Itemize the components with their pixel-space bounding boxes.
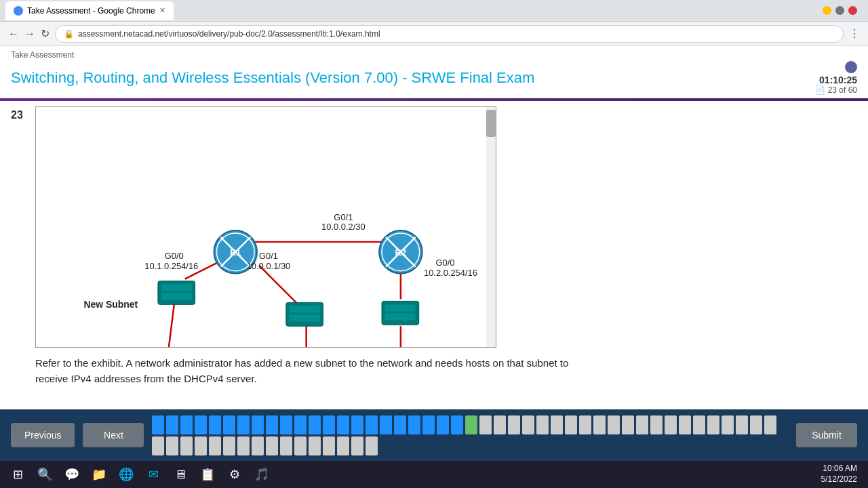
progress-dot-37[interactable] [665,415,677,434]
progress-dot-21[interactable] [437,415,449,434]
back-button[interactable]: ← [8,28,19,40]
progress-dot-53[interactable] [266,436,278,455]
reload-button[interactable]: ↻ [41,27,50,40]
progress-dot-55[interactable] [294,436,307,455]
progress-dot-28[interactable] [536,415,549,434]
progress-dot-9[interactable] [266,415,278,434]
progress-dot-44[interactable] [764,415,776,434]
taskbar-files[interactable]: 📁 [87,462,111,487]
close-button[interactable] [848,6,857,15]
progress-dot-14[interactable] [337,415,349,434]
progress-dot-47[interactable] [180,436,193,455]
progress-dot-11[interactable] [294,415,307,434]
progress-dot-15[interactable] [351,415,363,434]
forward-button[interactable]: → [24,28,35,40]
progress-dot-10[interactable] [280,415,292,434]
search-taskbar[interactable]: 🔍 [33,462,57,487]
submit-button[interactable]: Submit [796,423,857,447]
taskbar-app4[interactable]: 🎵 [250,462,274,487]
progress-dot-25[interactable] [494,415,506,434]
progress-dot-26[interactable] [508,415,520,434]
progress-dot-4[interactable] [195,415,207,434]
previous-button[interactable]: Previous [11,423,75,447]
progress-dot-49[interactable] [209,436,221,455]
progress-dot-52[interactable] [252,436,264,455]
progress-dot-57[interactable] [323,436,335,455]
svg-rect-10 [161,293,192,300]
progress-dot-8[interactable] [252,415,264,434]
minimize-button[interactable] [823,6,831,15]
progress-dot-29[interactable] [551,415,563,434]
progress-dot-54[interactable] [280,436,292,455]
progress-dot-24[interactable] [479,415,492,434]
progress-dot-59[interactable] [351,436,363,455]
progress-dot-17[interactable] [380,415,392,434]
question-count: 📄 23 of 60 [815,85,857,95]
timer-value: 01:10:25 [819,75,857,85]
progress-dot-35[interactable] [636,415,648,434]
taskbar-cortana[interactable]: 💬 [60,462,84,487]
progress-dot-45[interactable] [152,436,164,455]
progress-dot-46[interactable] [166,436,178,455]
progress-dot-50[interactable] [223,436,235,455]
tab-favicon [14,6,23,16]
page-header: Take Assessment Switching, Routing, and … [0,46,868,98]
scrollbar-thumb[interactable] [486,110,496,137]
taskbar-clock: 10:06 AM 5/12/2022 [821,464,863,485]
maximize-button[interactable] [835,6,844,15]
scrollbar[interactable] [486,107,496,347]
progress-dot-41[interactable] [722,415,734,434]
progress-dot-39[interactable] [693,415,705,434]
progress-dot-36[interactable] [650,415,663,434]
progress-dot-3[interactable] [180,415,193,434]
progress-dot-22[interactable] [451,415,463,434]
svg-text:G0/1: G0/1 [334,212,353,222]
progress-dot-32[interactable] [593,415,606,434]
progress-dot-56[interactable] [309,436,321,455]
progress-dot-5[interactable] [209,415,221,434]
svg-rect-9 [161,285,192,291]
browser-tab: Take Assessment - Google Chrome ✕ [5,1,174,20]
progress-dot-7[interactable] [237,415,250,434]
progress-dot-51[interactable] [237,436,250,455]
bottom-navigation-bar: Previous Next Submit [0,409,868,461]
progress-dot-19[interactable] [408,415,420,434]
taskbar-app3[interactable]: ⚙ [222,462,247,487]
taskbar-app1[interactable]: 🖥 [168,462,193,487]
page-title: Switching, Routing, and Wireless Essenti… [11,69,534,87]
progress-dot-16[interactable] [366,415,378,434]
progress-dot-18[interactable] [394,415,406,434]
svg-text:R2: R2 [395,247,406,258]
question-number: 23 [11,106,27,121]
question-text: Refer to the exhibit. A network administ… [35,356,781,386]
progress-dot-1[interactable] [152,415,164,434]
progress-dot-33[interactable] [608,415,620,434]
address-input[interactable]: 🔒 assessment.netacad.net/virtuoso/delive… [55,25,844,43]
progress-dot-12[interactable] [309,415,321,434]
taskbar-chrome[interactable]: 🌐 [114,462,138,487]
progress-dot-38[interactable] [679,415,691,434]
progress-dot-13[interactable] [323,415,335,434]
progress-dot-40[interactable] [707,415,719,434]
progress-dot-30[interactable] [565,415,577,434]
progress-dot-58[interactable] [337,436,349,455]
progress-dot-2[interactable] [166,415,178,434]
progress-dot-6[interactable] [223,415,235,434]
svg-text:10.2.0.254/16: 10.2.0.254/16 [424,268,477,278]
taskbar-app2[interactable]: 📋 [195,462,220,487]
svg-text:G0/0: G0/0 [165,251,184,261]
progress-dot-48[interactable] [195,436,207,455]
start-button[interactable]: ⊞ [5,462,30,487]
progress-dot-34[interactable] [622,415,634,434]
progress-dot-60[interactable] [366,436,378,455]
progress-dot-31[interactable] [579,415,591,434]
progress-dot-42[interactable] [736,415,748,434]
progress-dot-20[interactable] [422,415,435,434]
tab-close-button[interactable]: ✕ [159,6,165,15]
progress-dot-27[interactable] [522,415,534,434]
settings-icon[interactable]: ⋮ [849,27,860,40]
next-button[interactable]: Next [83,423,144,447]
progress-dot-23[interactable] [465,415,477,434]
taskbar-mail[interactable]: ✉ [141,462,165,487]
progress-dot-43[interactable] [750,415,762,434]
